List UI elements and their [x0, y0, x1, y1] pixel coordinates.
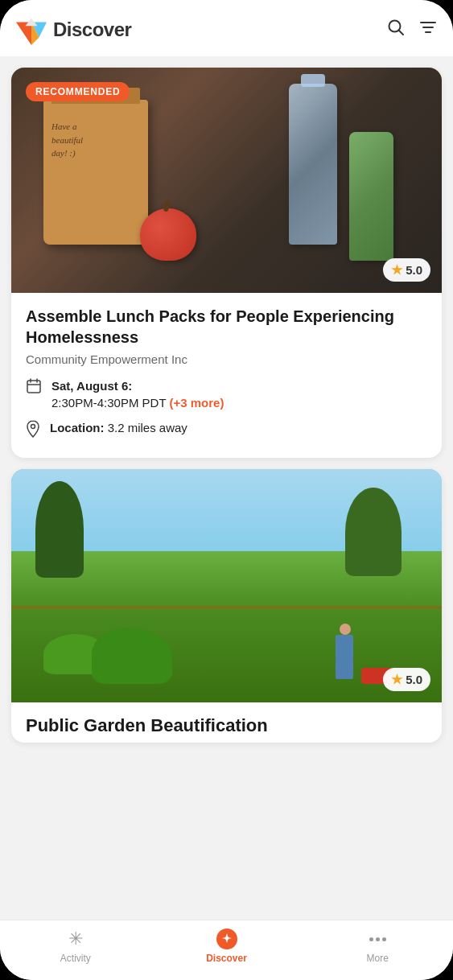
card-1-location-row: Location: 3.2 miles away [26, 419, 427, 442]
paper-bag: Have abeautifulday! :) [43, 100, 148, 245]
discover-icon [216, 929, 237, 949]
location-icon [26, 420, 40, 442]
header: Discover [0, 0, 453, 56]
bag-text: Have abeautifulday! :) [51, 120, 83, 160]
rating-value-1: 5.0 [406, 263, 422, 277]
header-actions [387, 19, 437, 41]
star-icon-1: ★ [391, 262, 402, 278]
bottom-nav: ✳ Activity Discover More [0, 920, 453, 980]
dot-2 [376, 937, 380, 941]
scroll-content: Have abeautifulday! :) RECOMMENDED ★ 5.0… [0, 56, 453, 920]
rating-badge-1: ★ 5.0 [383, 258, 430, 282]
card-2-image: ★ 5.0 [11, 469, 442, 702]
compass-inner-icon [221, 933, 233, 946]
nav-item-more[interactable]: More [302, 929, 453, 964]
star-icon-2: ★ [391, 672, 402, 687]
rating-value-2: 5.0 [406, 673, 422, 686]
header-left: Discover [16, 14, 131, 45]
card-1-date-row: Sat, August 6:2:30PM-4:30PM PDT (+3 more… [26, 377, 427, 411]
svg-line-5 [399, 31, 404, 35]
app-container: Discover [0, 0, 453, 980]
card-1-title: Assemble Lunch Packs for People Experien… [26, 306, 427, 348]
nav-label-discover: Discover [206, 953, 247, 964]
card-1-image: Have abeautifulday! :) RECOMMENDED ★ 5.0 [11, 68, 442, 293]
card-2-title: Public Garden Beautification [11, 702, 442, 743]
activity-icon: ✳ [68, 929, 83, 949]
nav-label-activity: Activity [60, 953, 91, 964]
garden-fence [11, 606, 442, 609]
water-bottle [289, 84, 337, 245]
rating-badge-2: ★ 5.0 [383, 668, 430, 691]
food-bg: Have abeautifulday! :) [11, 68, 442, 293]
card-1-datetime: Sat, August 6:2:30PM-4:30PM PDT (+3 more… [51, 377, 224, 411]
logo-icon [16, 14, 47, 45]
nav-item-discover[interactable]: Discover [151, 929, 303, 964]
card-1[interactable]: Have abeautifulday! :) RECOMMENDED ★ 5.0… [11, 68, 442, 458]
search-icon[interactable] [387, 19, 405, 41]
garden-tree-left [35, 481, 84, 578]
garden-person [336, 635, 353, 679]
recommended-badge: RECOMMENDED [26, 82, 130, 101]
card-1-location: Location: 3.2 miles away [50, 419, 187, 436]
dot-3 [382, 937, 386, 941]
svg-rect-9 [27, 381, 40, 393]
nav-item-activity[interactable]: ✳ Activity [0, 929, 151, 964]
garden-tree-right [345, 488, 402, 576]
garden-bg [11, 469, 442, 702]
calendar-icon [26, 378, 42, 398]
more-icon [369, 929, 386, 949]
green-bottle [349, 132, 393, 261]
card-1-content: Assemble Lunch Packs for People Experien… [11, 293, 442, 458]
filter-icon[interactable] [419, 19, 437, 41]
card-1-meta: Sat, August 6:2:30PM-4:30PM PDT (+3 more… [26, 377, 427, 442]
nav-label-more: More [367, 953, 389, 964]
app-title: Discover [53, 19, 131, 41]
dot-1 [369, 937, 373, 941]
svg-marker-15 [222, 937, 232, 940]
card-2[interactable]: ★ 5.0 Public Garden Beautification [11, 469, 442, 743]
apple [140, 208, 196, 261]
svg-point-13 [31, 425, 35, 429]
card-1-org: Community Empowerment Inc [26, 352, 427, 366]
